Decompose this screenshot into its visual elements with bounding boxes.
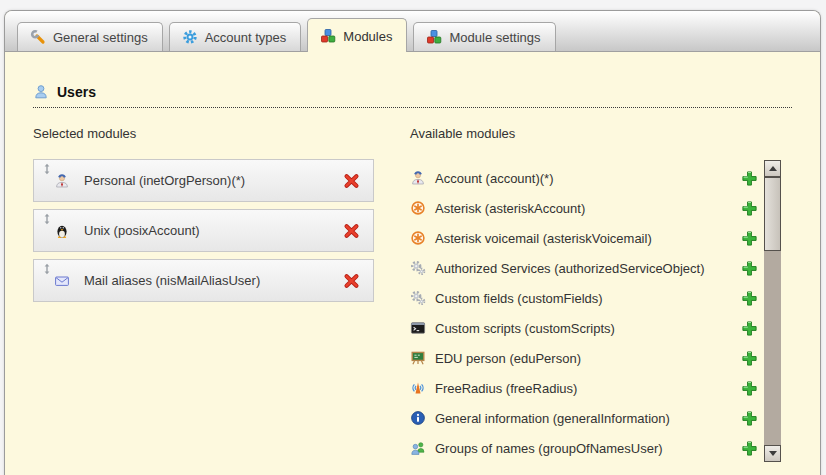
add-module-button[interactable] — [741, 260, 758, 277]
tab-general-settings[interactable]: General settings — [17, 22, 163, 51]
drag-handle-icon[interactable] — [41, 263, 53, 275]
tab-label: Account types — [205, 30, 287, 45]
selected-module-label: Mail aliases (nisMailAliasUser) — [84, 273, 260, 288]
available-module-label: Account (account)(*) — [435, 171, 554, 186]
tab-label: General settings — [53, 30, 148, 45]
info-icon — [410, 410, 426, 426]
tab-bar: General settingsAccount typesModulesModu… — [5, 11, 820, 52]
drag-handle-icon[interactable] — [41, 213, 53, 225]
available-modules-list: Account (account)(*)Asterisk (asteriskAc… — [410, 163, 764, 463]
modules-icon — [320, 28, 336, 44]
selected-module-label: Unix (posixAccount) — [84, 223, 200, 238]
modules-tab-content: Users Selected modules Personal (inetOrg… — [5, 84, 820, 463]
available-module-label: Asterisk (asteriskAccount) — [435, 201, 585, 216]
remove-module-button[interactable] — [343, 172, 360, 189]
available-module-label: Custom scripts (customScripts) — [435, 321, 615, 336]
available-module-row: Account (account)(*) — [410, 163, 764, 193]
available-module-row: Asterisk (asteriskAccount) — [410, 193, 764, 223]
gears-icon — [410, 260, 426, 276]
available-module-label: Groups of names (groupOfNamesUser) — [435, 441, 663, 456]
terminal-icon — [410, 320, 426, 336]
available-module-row: Custom fields (customFields) — [410, 283, 764, 313]
add-module-button[interactable] — [741, 410, 758, 427]
available-modules-label: Available modules — [410, 126, 792, 141]
tux-icon — [54, 223, 70, 239]
tab-label: Module settings — [449, 30, 540, 45]
selected-modules-label: Selected modules — [33, 126, 410, 141]
arrow-up-icon — [769, 166, 777, 171]
selected-module-row[interactable]: Mail aliases (nisMailAliasUser) — [33, 259, 374, 302]
available-modules-scrollbar[interactable] — [764, 160, 781, 462]
scrollbar-thumb[interactable] — [764, 177, 781, 251]
config-panel: General settingsAccount typesModulesModu… — [4, 10, 821, 475]
remove-module-button[interactable] — [343, 272, 360, 289]
add-module-button[interactable] — [741, 320, 758, 337]
person-icon — [54, 173, 70, 189]
tab-bar-divider — [5, 51, 820, 52]
available-module-label: FreeRadius (freeRadius) — [435, 381, 577, 396]
add-module-button[interactable] — [741, 230, 758, 247]
tab-account-types[interactable]: Account types — [169, 22, 302, 51]
drag-handle-icon[interactable] — [41, 163, 53, 175]
chalkboard-icon — [410, 350, 426, 366]
available-module-label: Asterisk voicemail (asteriskVoicemail) — [435, 231, 652, 246]
add-module-button[interactable] — [741, 170, 758, 187]
wrench-icon — [30, 29, 46, 45]
available-module-row: Groups of names (groupOfNamesUser) — [410, 433, 764, 463]
add-module-button[interactable] — [741, 200, 758, 217]
available-module-row: FreeRadius (freeRadius) — [410, 373, 764, 403]
available-module-label: Authorized Services (authorizedServiceOb… — [435, 261, 705, 276]
selected-module-label: Personal (inetOrgPerson)(*) — [84, 173, 245, 188]
selected-modules-list: Personal (inetOrgPerson)(*)Unix (posixAc… — [33, 159, 410, 302]
available-modules-column: Available modules Account (account)(*)As… — [410, 126, 792, 463]
asterisk-icon — [410, 230, 426, 246]
available-module-row: General information (generalInformation) — [410, 403, 764, 433]
arrow-down-icon — [769, 451, 777, 456]
available-module-label: Custom fields (customFields) — [435, 291, 603, 306]
add-module-button[interactable] — [741, 350, 758, 367]
available-module-row: EDU person (eduPerson) — [410, 343, 764, 373]
add-module-button[interactable] — [741, 380, 758, 397]
available-module-row: Asterisk voicemail (asteriskVoicemail) — [410, 223, 764, 253]
user-icon — [33, 84, 49, 100]
scroll-down-button[interactable] — [764, 445, 781, 462]
selected-module-row[interactable]: Personal (inetOrgPerson)(*) — [33, 159, 374, 202]
available-module-row: Authorized Services (authorizedServiceOb… — [410, 253, 764, 283]
gear-icon — [182, 29, 198, 45]
group-icon — [410, 440, 426, 456]
available-module-label: General information (generalInformation) — [435, 411, 670, 426]
section-heading: Users — [33, 84, 792, 108]
tab-modules[interactable]: Modules — [307, 18, 407, 52]
available-module-label: EDU person (eduPerson) — [435, 351, 581, 366]
add-module-button[interactable] — [741, 290, 758, 307]
add-module-button[interactable] — [741, 440, 758, 457]
modules-icon — [426, 29, 442, 45]
scroll-up-button[interactable] — [764, 160, 781, 177]
tab-label: Modules — [343, 29, 392, 44]
selected-module-row[interactable]: Unix (posixAccount) — [33, 209, 374, 252]
gears-icon — [410, 290, 426, 306]
antenna-icon — [410, 380, 426, 396]
tab-module-settings[interactable]: Module settings — [413, 22, 555, 51]
page-title: Users — [57, 84, 96, 100]
available-module-row: Custom scripts (customScripts) — [410, 313, 764, 343]
envelope-icon — [54, 273, 70, 289]
asterisk-icon — [410, 200, 426, 216]
remove-module-button[interactable] — [343, 222, 360, 239]
person-icon — [410, 170, 426, 186]
selected-modules-column: Selected modules Personal (inetOrgPerson… — [33, 126, 410, 463]
